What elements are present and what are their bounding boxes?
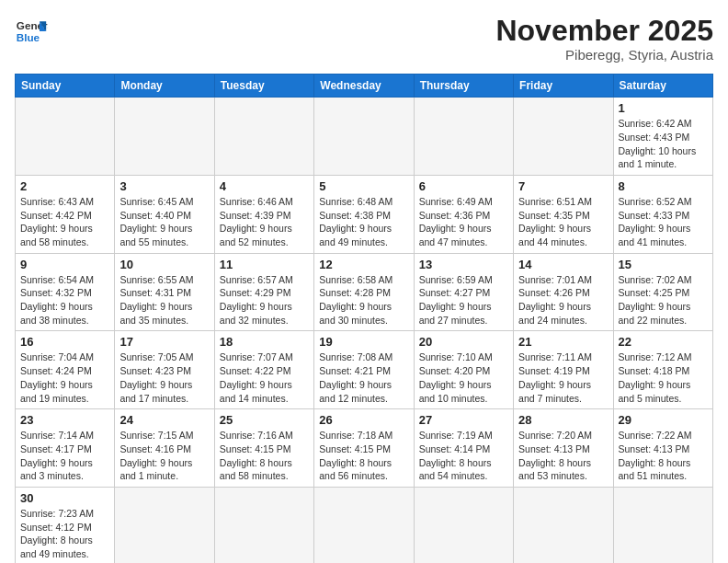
location: Piberegg, Styria, Austria <box>495 47 713 63</box>
logo-icon: General Blue <box>15 15 48 48</box>
day-number: 12 <box>319 258 408 271</box>
calendar-week-row: 30Sunrise: 7:23 AM Sunset: 4:12 PM Dayli… <box>16 487 713 563</box>
day-info: Sunrise: 6:52 AM Sunset: 4:33 PM Dayligh… <box>619 195 708 249</box>
calendar-header-monday: Monday <box>115 75 214 98</box>
calendar-cell: 15Sunrise: 7:02 AM Sunset: 4:25 PM Dayli… <box>613 253 712 331</box>
calendar-cell: 18Sunrise: 7:07 AM Sunset: 4:22 PM Dayli… <box>214 331 313 409</box>
day-number: 3 <box>119 179 209 193</box>
day-info: Sunrise: 7:22 AM Sunset: 4:13 PM Dayligh… <box>619 429 708 483</box>
calendar-cell <box>414 487 513 563</box>
calendar-header-thursday: Thursday <box>414 75 513 98</box>
title-block: November 2025 Piberegg, Styria, Austria <box>495 15 713 63</box>
day-number: 22 <box>619 335 708 349</box>
day-number: 21 <box>518 335 608 349</box>
day-info: Sunrise: 6:49 AM Sunset: 4:36 PM Dayligh… <box>419 195 508 249</box>
calendar-cell: 20Sunrise: 7:10 AM Sunset: 4:20 PM Dayli… <box>414 331 513 409</box>
day-info: Sunrise: 6:58 AM Sunset: 4:28 PM Dayligh… <box>319 273 408 327</box>
day-info: Sunrise: 7:23 AM Sunset: 4:12 PM Dayligh… <box>20 507 109 561</box>
day-number: 15 <box>619 258 708 271</box>
day-number: 27 <box>419 413 508 427</box>
day-info: Sunrise: 7:02 AM Sunset: 4:25 PM Dayligh… <box>619 273 708 327</box>
day-info: Sunrise: 6:55 AM Sunset: 4:31 PM Dayligh… <box>119 273 209 327</box>
calendar-cell: 11Sunrise: 6:57 AM Sunset: 4:29 PM Dayli… <box>214 253 313 331</box>
day-number: 6 <box>419 179 508 193</box>
calendar-cell: 4Sunrise: 6:46 AM Sunset: 4:39 PM Daylig… <box>214 175 313 253</box>
day-number: 16 <box>20 335 109 349</box>
day-info: Sunrise: 6:45 AM Sunset: 4:40 PM Dayligh… <box>119 195 209 249</box>
calendar-cell: 24Sunrise: 7:15 AM Sunset: 4:16 PM Dayli… <box>115 409 214 488</box>
calendar-cell: 27Sunrise: 7:19 AM Sunset: 4:14 PM Dayli… <box>414 409 513 488</box>
day-number: 30 <box>20 491 109 505</box>
calendar-cell: 5Sunrise: 6:48 AM Sunset: 4:38 PM Daylig… <box>314 175 414 253</box>
day-number: 23 <box>20 413 109 427</box>
day-number: 20 <box>419 335 508 349</box>
day-info: Sunrise: 6:51 AM Sunset: 4:35 PM Dayligh… <box>518 195 608 249</box>
calendar-cell: 13Sunrise: 6:59 AM Sunset: 4:27 PM Dayli… <box>414 253 513 331</box>
day-number: 26 <box>319 413 408 427</box>
day-number: 28 <box>518 413 608 427</box>
calendar-cell: 30Sunrise: 7:23 AM Sunset: 4:12 PM Dayli… <box>16 487 115 563</box>
day-number: 25 <box>220 413 309 427</box>
svg-text:Blue: Blue <box>17 31 40 43</box>
day-number: 14 <box>518 258 608 271</box>
calendar-cell <box>414 98 513 176</box>
day-number: 4 <box>220 179 309 193</box>
calendar-header-wednesday: Wednesday <box>314 75 414 98</box>
day-number: 19 <box>319 335 408 349</box>
day-number: 17 <box>119 335 209 349</box>
calendar-cell: 17Sunrise: 7:05 AM Sunset: 4:23 PM Dayli… <box>115 331 214 409</box>
day-info: Sunrise: 6:43 AM Sunset: 4:42 PM Dayligh… <box>20 195 109 249</box>
day-number: 5 <box>319 179 408 193</box>
calendar-cell <box>16 98 115 176</box>
day-info: Sunrise: 7:16 AM Sunset: 4:15 PM Dayligh… <box>220 429 309 483</box>
day-number: 29 <box>619 413 708 427</box>
calendar-cell <box>514 98 613 176</box>
day-info: Sunrise: 7:18 AM Sunset: 4:15 PM Dayligh… <box>319 429 408 483</box>
calendar-header-tuesday: Tuesday <box>214 75 313 98</box>
day-number: 24 <box>119 413 209 427</box>
calendar-cell <box>115 98 214 176</box>
day-info: Sunrise: 7:20 AM Sunset: 4:13 PM Dayligh… <box>518 429 608 483</box>
calendar-cell: 16Sunrise: 7:04 AM Sunset: 4:24 PM Dayli… <box>16 331 115 409</box>
day-info: Sunrise: 7:11 AM Sunset: 4:19 PM Dayligh… <box>518 350 608 405</box>
calendar-cell: 25Sunrise: 7:16 AM Sunset: 4:15 PM Dayli… <box>214 409 313 488</box>
day-info: Sunrise: 7:10 AM Sunset: 4:20 PM Dayligh… <box>419 350 508 405</box>
calendar-cell <box>314 487 414 563</box>
day-number: 18 <box>220 335 309 349</box>
day-number: 2 <box>20 179 109 193</box>
day-info: Sunrise: 7:08 AM Sunset: 4:21 PM Dayligh… <box>319 350 408 405</box>
day-info: Sunrise: 7:14 AM Sunset: 4:17 PM Dayligh… <box>20 429 109 483</box>
calendar-cell <box>115 487 214 563</box>
day-number: 1 <box>619 101 708 115</box>
calendar-cell <box>613 487 712 563</box>
logo: General Blue <box>15 15 48 48</box>
calendar-week-row: 9Sunrise: 6:54 AM Sunset: 4:32 PM Daylig… <box>16 253 713 331</box>
day-info: Sunrise: 6:46 AM Sunset: 4:39 PM Dayligh… <box>220 195 309 249</box>
calendar-header-row: SundayMondayTuesdayWednesdayThursdayFrid… <box>16 75 713 98</box>
day-info: Sunrise: 6:48 AM Sunset: 4:38 PM Dayligh… <box>319 195 408 249</box>
day-info: Sunrise: 7:05 AM Sunset: 4:23 PM Dayligh… <box>119 350 209 405</box>
calendar-table: SundayMondayTuesdayWednesdayThursdayFrid… <box>15 74 713 563</box>
day-number: 10 <box>119 258 209 271</box>
day-number: 13 <box>419 258 508 271</box>
day-info: Sunrise: 7:07 AM Sunset: 4:22 PM Dayligh… <box>220 350 309 405</box>
day-info: Sunrise: 7:01 AM Sunset: 4:26 PM Dayligh… <box>518 273 608 327</box>
calendar-week-row: 23Sunrise: 7:14 AM Sunset: 4:17 PM Dayli… <box>16 409 713 488</box>
calendar-cell: 6Sunrise: 6:49 AM Sunset: 4:36 PM Daylig… <box>414 175 513 253</box>
day-info: Sunrise: 6:42 AM Sunset: 4:43 PM Dayligh… <box>619 117 708 171</box>
calendar-week-row: 1Sunrise: 6:42 AM Sunset: 4:43 PM Daylig… <box>16 98 713 176</box>
day-info: Sunrise: 7:15 AM Sunset: 4:16 PM Dayligh… <box>119 429 209 483</box>
day-number: 7 <box>518 179 608 193</box>
calendar-header-sunday: Sunday <box>16 75 115 98</box>
calendar-cell <box>214 487 313 563</box>
calendar-cell: 7Sunrise: 6:51 AM Sunset: 4:35 PM Daylig… <box>514 175 613 253</box>
calendar-cell <box>514 487 613 563</box>
calendar-cell: 28Sunrise: 7:20 AM Sunset: 4:13 PM Dayli… <box>514 409 613 488</box>
calendar-cell <box>314 98 414 176</box>
calendar-cell: 2Sunrise: 6:43 AM Sunset: 4:42 PM Daylig… <box>16 175 115 253</box>
day-number: 9 <box>20 258 109 271</box>
calendar-cell: 1Sunrise: 6:42 AM Sunset: 4:43 PM Daylig… <box>613 98 712 176</box>
page-header: General Blue November 2025 Piberegg, Sty… <box>15 15 713 63</box>
day-info: Sunrise: 6:57 AM Sunset: 4:29 PM Dayligh… <box>220 273 309 327</box>
calendar-cell: 22Sunrise: 7:12 AM Sunset: 4:18 PM Dayli… <box>613 331 712 409</box>
